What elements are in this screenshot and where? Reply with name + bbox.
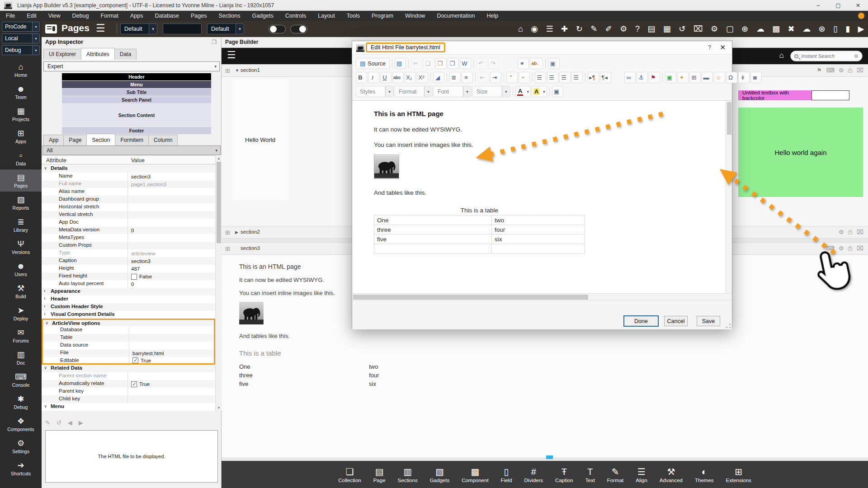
- expander-icon[interactable]: [44, 288, 45, 293]
- subscript-button[interactable]: X₂: [405, 72, 416, 83]
- print-icon[interactable]: ⎙: [848, 67, 853, 74]
- editor-tool[interactable]: [695, 58, 711, 69]
- scroll-thumb[interactable]: [727, 102, 731, 135]
- expander-icon[interactable]: [44, 296, 45, 301]
- editor-tool[interactable]: [645, 58, 660, 69]
- save-icon[interactable]: ▦: [663, 21, 671, 37]
- dialog-titlebar[interactable]: Edit Html File barrytest.html ? ✕: [352, 41, 732, 55]
- expander-icon[interactable]: [44, 365, 47, 370]
- sidebar-item[interactable]: ⚙ Settings: [0, 435, 42, 457]
- form-tool[interactable]: ❏ Collection: [338, 466, 361, 483]
- editor-tool[interactable]: [391, 58, 394, 69]
- select-all-button[interactable]: ▣: [548, 58, 559, 69]
- attribute-value[interactable]: [127, 211, 215, 219]
- clear-search-icon[interactable]: ⊗: [854, 53, 859, 59]
- attribute-value[interactable]: [127, 388, 215, 395]
- sidebar-item[interactable]: ▤ Pages: [0, 169, 42, 192]
- sidebar-item[interactable]: ✉ Forums: [0, 324, 42, 347]
- sidebar-item[interactable]: ❖ Components: [0, 413, 42, 435]
- find-button[interactable]: ⚭: [518, 58, 529, 69]
- revert-icon[interactable]: ↺: [679, 21, 685, 37]
- attribute-value[interactable]: [127, 242, 215, 249]
- attribute-value[interactable]: [129, 342, 214, 349]
- scope-tab[interactable]: App: [43, 135, 64, 145]
- section-grid-icon[interactable]: ⊞: [225, 245, 230, 252]
- attribute-row[interactable]: Related Data: [42, 365, 215, 372]
- unlink-button[interactable]: ⚓: [637, 72, 648, 83]
- text-color-button[interactable]: A: [515, 86, 531, 97]
- attribute-row[interactable]: Table: [42, 334, 215, 342]
- article-table[interactable]: One two three four five six: [374, 215, 585, 253]
- attribute-row[interactable]: Data source: [42, 342, 215, 349]
- sidebar-item[interactable]: ☻ Team: [0, 81, 42, 103]
- attribute-value[interactable]: [127, 311, 215, 319]
- search-box[interactable]: ⊗: [790, 51, 863, 61]
- scope-tab[interactable]: Section: [86, 134, 115, 145]
- attribute-row[interactable]: File barrytest.html: [42, 349, 215, 357]
- trash-icon[interactable]: ⌧: [857, 245, 863, 252]
- editor-tool[interactable]: [511, 86, 514, 97]
- collapse-arrow-icon[interactable]: ▶: [235, 230, 238, 235]
- editor-tool[interactable]: [472, 58, 475, 69]
- attribute-row[interactable]: Visual Component Details: [42, 311, 215, 319]
- table-cell[interactable]: One: [374, 216, 492, 225]
- cancel-button[interactable]: Cancel: [664, 316, 688, 326]
- gear-icon[interactable]: ⚙: [839, 67, 844, 74]
- attribute-row[interactable]: Full name page1.section3: [42, 180, 215, 188]
- menu-item[interactable]: Help: [481, 11, 504, 21]
- remove-format-button[interactable]: ◢: [433, 72, 444, 83]
- horizontal-rule-button[interactable]: ▬: [702, 72, 713, 83]
- attribute-value[interactable]: [129, 334, 214, 342]
- add-file-icon[interactable]: ⊕: [741, 21, 748, 37]
- mode-combo[interactable]: ProCode▾: [2, 22, 40, 32]
- toggle-switch-on[interactable]: [290, 25, 307, 33]
- replace-button[interactable]: ab↓: [530, 58, 543, 69]
- library-books-icon[interactable]: ▤: [647, 21, 655, 37]
- bold-button[interactable]: B: [356, 72, 367, 83]
- scrollbar-horizontal[interactable]: [352, 293, 732, 300]
- sidebar-item[interactable]: ▫ Data: [0, 147, 42, 169]
- attribute-row[interactable]: Auto layout percent 0: [42, 280, 215, 288]
- menu-item[interactable]: Pages: [185, 11, 212, 21]
- table-cell[interactable]: five: [374, 235, 492, 244]
- workspace-menu-icon[interactable]: ☰: [96, 22, 105, 34]
- sidebar-item[interactable]: ▥ Doc: [0, 347, 42, 369]
- table-cell[interactable]: [374, 244, 492, 253]
- editor-tool[interactable]: [407, 58, 410, 69]
- superscript-button[interactable]: X²: [417, 72, 428, 83]
- table-cell[interactable]: two: [492, 216, 585, 225]
- sidebar-item[interactable]: ➔ Shortcuts: [0, 457, 42, 479]
- sidebar-item[interactable]: ✱ Debug: [0, 391, 42, 413]
- attribute-value[interactable]: [127, 188, 215, 196]
- sidebar-item[interactable]: ▦ Projects: [0, 103, 42, 125]
- form-tool[interactable]: Ŧ Caption: [555, 466, 573, 483]
- expander-icon[interactable]: [44, 304, 45, 309]
- clipboard-icon[interactable]: ✐: [605, 21, 612, 37]
- gear-icon[interactable]: ⚙: [839, 229, 844, 236]
- smiley-button[interactable]: ☺: [714, 72, 725, 83]
- menu-item[interactable]: Layout: [312, 11, 341, 21]
- copy-button[interactable]: ❏: [423, 58, 434, 69]
- attribute-value[interactable]: section3: [127, 257, 215, 265]
- attribute-value[interactable]: [127, 296, 215, 303]
- align-justify-button[interactable]: ☰: [571, 72, 583, 83]
- attribute-row[interactable]: Parent section name: [42, 372, 215, 380]
- menu-item[interactable]: Controls: [279, 11, 312, 21]
- minimize-button[interactable]: –: [808, 0, 828, 11]
- shield-help-icon[interactable]: ✚: [561, 21, 568, 37]
- checkbox[interactable]: [131, 381, 137, 387]
- attribute-row[interactable]: Height 487: [42, 265, 215, 272]
- attribute-value[interactable]: [129, 326, 214, 334]
- attribute-row[interactable]: Menu: [42, 403, 215, 411]
- inspector-tab[interactable]: UI Explorer: [43, 49, 81, 60]
- form-tool[interactable]: ▥ Sections: [398, 466, 418, 483]
- attribute-row[interactable]: App Doc: [42, 219, 215, 226]
- attribute-row[interactable]: Caption section3: [42, 257, 215, 265]
- templates-button[interactable]: ▤: [395, 58, 406, 69]
- attribute-row[interactable]: Type articleview: [42, 249, 215, 257]
- attribute-value[interactable]: [127, 196, 215, 203]
- resize-grip[interactable]: [726, 324, 731, 328]
- anchor-flag-button[interactable]: ⚑: [649, 72, 660, 83]
- expander-icon[interactable]: [44, 165, 47, 170]
- attribute-row[interactable]: Parent key: [42, 388, 215, 395]
